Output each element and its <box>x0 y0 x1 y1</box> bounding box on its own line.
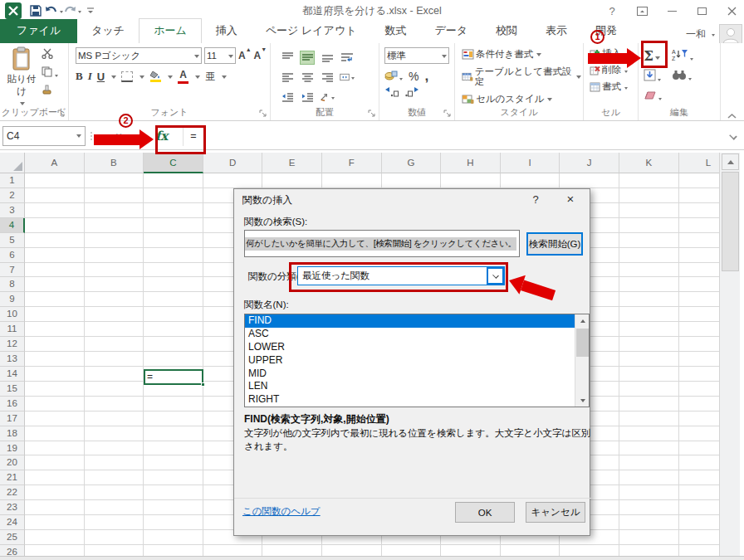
function-search-input[interactable]: 何がしたいかを簡単に入力して、[検索開始] をクリックしてください。 <box>244 230 520 257</box>
minimize-button[interactable] <box>663 2 681 19</box>
accounting-format-icon[interactable] <box>384 70 403 83</box>
column-header-J[interactable]: J <box>560 153 619 173</box>
row-header-16[interactable]: 16 <box>0 397 25 411</box>
column-header-F[interactable]: F <box>322 153 382 173</box>
align-bottom-icon[interactable] <box>320 51 335 65</box>
clear-dropdown-arrow[interactable] <box>658 98 662 102</box>
phonetic-dropdown-arrow[interactable] <box>222 75 227 81</box>
list-scroll-down-button[interactable] <box>575 393 590 407</box>
list-scrollbar-thumb[interactable] <box>576 329 589 357</box>
row-header-12[interactable]: 12 <box>0 337 25 352</box>
function-help-link[interactable]: この関数のヘルプ <box>242 505 321 518</box>
align-middle-icon[interactable] <box>300 51 315 65</box>
column-header-D[interactable]: D <box>203 153 263 173</box>
format-as-table-button[interactable]: テーブルとして書式設定 <box>460 66 583 87</box>
tab-review[interactable]: 校閲 <box>482 19 531 43</box>
percent-style-button[interactable]: % <box>409 70 418 83</box>
underline-button[interactable]: U <box>97 71 105 83</box>
merge-dropdown-arrow[interactable] <box>351 77 355 81</box>
tab-file[interactable]: ファイル <box>0 19 77 43</box>
column-header-A[interactable]: A <box>25 153 85 173</box>
row-header-20[interactable]: 20 <box>0 455 25 470</box>
number-format-dropdown-arrow[interactable] <box>442 55 447 61</box>
conditional-formatting-dropdown-arrow[interactable] <box>536 53 541 59</box>
dialog-close-button[interactable]: × <box>561 192 580 206</box>
tab-insert[interactable]: 挿入 <box>202 19 252 43</box>
align-right-icon[interactable] <box>320 71 335 85</box>
formula-input[interactable]: = <box>183 126 722 146</box>
ok-button[interactable]: OK <box>455 502 515 523</box>
name-box[interactable]: C4 <box>2 126 86 146</box>
copy-dropdown-arrow[interactable] <box>55 75 58 79</box>
row-header-15[interactable]: 15 <box>0 382 25 397</box>
close-button[interactable] <box>722 2 741 19</box>
scrollbar-thumb[interactable] <box>722 172 739 271</box>
align-center-icon[interactable] <box>300 71 315 85</box>
tab-formulas[interactable]: 数式 <box>371 19 421 43</box>
font-color-dropdown-arrow[interactable] <box>195 75 200 81</box>
fill-color-button[interactable] <box>149 71 161 82</box>
excel-logo-icon[interactable] <box>5 2 22 19</box>
column-header-G[interactable]: G <box>382 153 442 173</box>
row-header-6[interactable]: 6 <box>0 248 25 263</box>
underline-dropdown-arrow[interactable] <box>111 75 116 81</box>
row-header-3[interactable]: 3 <box>0 203 25 218</box>
row-header-25[interactable]: 25 <box>0 530 25 545</box>
find-select-button[interactable] <box>672 69 708 83</box>
sort-filter-button[interactable]: AZ <box>672 48 708 63</box>
tab-data[interactable]: データ <box>421 19 482 43</box>
dialog-help-button[interactable]: ? <box>527 193 544 206</box>
format-cells-button[interactable]: 書式 <box>588 81 629 93</box>
function-item-LOWER[interactable]: LOWER <box>245 341 575 354</box>
row-header-4[interactable]: 4 <box>0 218 25 233</box>
merge-center-icon[interactable] <box>340 71 355 85</box>
redo-button[interactable] <box>63 2 81 19</box>
row-header-23[interactable]: 23 <box>0 500 25 515</box>
function-listbox[interactable]: FINDASCLOWERUPPERMIDLENRIGHT <box>244 314 590 407</box>
function-item-UPPER[interactable]: UPPER <box>245 354 575 368</box>
row-header-9[interactable]: 9 <box>0 292 25 307</box>
phonetic-guide-button[interactable]: 亜 <box>205 70 215 84</box>
fill-button[interactable] <box>644 69 672 84</box>
grow-font-button[interactable]: A▲ <box>238 50 252 61</box>
row-header-13[interactable]: 13 <box>0 352 25 367</box>
row-header-22[interactable]: 22 <box>0 485 25 500</box>
column-header-K[interactable]: K <box>619 153 679 173</box>
number-dialog-launcher[interactable] <box>443 110 452 118</box>
align-left-icon[interactable] <box>280 71 295 85</box>
row-header-8[interactable]: 8 <box>0 277 25 292</box>
font-size-dropdown-arrow[interactable] <box>228 55 233 61</box>
ribbon-display-options-button[interactable] <box>633 2 651 19</box>
decrease-decimal-icon[interactable] <box>404 86 419 100</box>
row-header-21[interactable]: 21 <box>0 470 25 485</box>
font-name-combo[interactable]: MS Pゴシック <box>76 47 202 64</box>
shrink-font-button[interactable]: A▼ <box>254 50 267 61</box>
clear-button[interactable] <box>644 90 672 103</box>
undo-button[interactable] <box>45 2 63 19</box>
orientation-icon[interactable] <box>320 90 335 105</box>
cancel-button[interactable]: キャンセル <box>526 502 585 523</box>
row-header-11[interactable]: 11 <box>0 322 25 337</box>
function-item-LEN[interactable]: LEN <box>245 380 575 393</box>
column-header-E[interactable]: E <box>262 153 322 173</box>
bold-button[interactable]: B <box>76 70 83 83</box>
decrease-indent-icon[interactable] <box>280 90 295 105</box>
column-header-H[interactable]: H <box>441 153 501 173</box>
fill-dropdown-arrow[interactable] <box>658 79 661 83</box>
active-cell-C4[interactable]: = <box>144 369 203 385</box>
row-header-5[interactable]: 5 <box>0 233 25 248</box>
cell-styles-button[interactable]: セルのスタイル <box>460 93 583 105</box>
row-header-10[interactable]: 10 <box>0 307 25 322</box>
expand-formula-bar-button[interactable] <box>722 130 744 142</box>
wrap-text-icon[interactable] <box>340 51 355 65</box>
row-header-2[interactable]: 2 <box>0 188 25 203</box>
sort-filter-dropdown-arrow[interactable] <box>690 58 693 62</box>
alignment-dialog-launcher[interactable] <box>368 110 376 118</box>
cell-styles-dropdown-arrow[interactable] <box>547 98 552 104</box>
font-name-dropdown-arrow[interactable] <box>194 55 199 61</box>
format-as-table-dropdown-arrow[interactable] <box>576 75 581 81</box>
font-size-combo[interactable]: 11 <box>204 47 236 64</box>
align-top-icon[interactable] <box>280 51 295 65</box>
italic-button[interactable]: I <box>88 70 92 83</box>
comma-style-button[interactable]: , <box>424 68 428 85</box>
